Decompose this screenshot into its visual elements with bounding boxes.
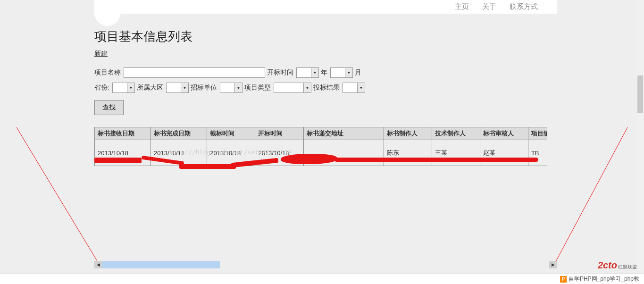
th-address: 标书递交地址 <box>303 127 384 140</box>
scroll-thumb[interactable] <box>102 261 220 268</box>
vertical-scrollbar[interactable] <box>636 0 644 274</box>
scroll-track[interactable] <box>102 261 549 268</box>
nav-about[interactable]: 关于 <box>482 2 496 11</box>
table-header-row: 标书接收日期 标书完成日期 截标时间 开标时间 标书递交地址 标书制作人 技术制… <box>95 127 548 140</box>
cell-tech-maker: 王某 <box>432 140 480 166</box>
chevron-down-icon: ▼ <box>234 83 242 92</box>
svg-line-1 <box>17 127 99 264</box>
th-complete-date: 标书完成日期 <box>151 127 207 140</box>
brand-logo: 2cto红黑联盟 <box>598 260 637 271</box>
open-time-label: 开标时间 <box>267 68 293 77</box>
scroll-left-button[interactable]: ◀ <box>94 261 102 268</box>
redaction-mark <box>94 158 142 163</box>
redaction-mark <box>335 158 538 162</box>
svg-line-2 <box>554 127 627 264</box>
year-suffix: 年 <box>321 68 327 77</box>
th-reviewer: 标书审核人 <box>480 127 528 140</box>
chevron-down-icon: ▼ <box>311 68 318 77</box>
chevron-down-icon: ▼ <box>127 83 134 92</box>
top-nav: 主页 关于 联系方式 <box>94 0 557 14</box>
bid-result-label: 投标结果 <box>313 84 340 92</box>
project-type-select[interactable]: ▼ <box>274 83 311 93</box>
footer-text: 自学PHP网_php学习_php教 <box>569 275 639 283</box>
th-receive-date: 标书接收日期 <box>95 127 151 140</box>
chevron-down-icon: ▼ <box>357 83 365 92</box>
year-select[interactable]: ▼ <box>296 67 319 78</box>
th-maker: 标书制作人 <box>384 127 432 140</box>
nav-contact[interactable]: 联系方式 <box>510 2 538 11</box>
chevron-down-icon: ▼ <box>181 83 188 92</box>
filter-row-1: 项目名称 开标时间 ▼ 年 ▼ 月 <box>94 67 557 78</box>
province-select[interactable]: ▼ <box>112 83 135 93</box>
new-link[interactable]: 新建 <box>94 50 108 58</box>
th-code: 项目编码 <box>528 127 547 140</box>
project-name-label: 项目名称 <box>94 68 121 77</box>
search-button[interactable]: 查找 <box>94 100 124 115</box>
php-icon: P <box>560 276 567 283</box>
chevron-down-icon: ▼ <box>345 68 352 77</box>
logo-placeholder <box>94 0 120 26</box>
scroll-thumb-vertical[interactable] <box>637 75 643 113</box>
tender-unit-label: 招标单位 <box>191 84 217 92</box>
nav-home[interactable]: 主页 <box>455 2 469 11</box>
horizontal-scrollbar[interactable]: ◀ ▶ <box>94 261 557 268</box>
cell-code: TB <box>528 140 547 166</box>
tender-unit-select[interactable]: ▼ <box>220 83 243 93</box>
bid-result-select[interactable]: ▼ <box>343 83 365 93</box>
cell-maker: 陈东 <box>384 140 432 166</box>
region-select[interactable]: ▼ <box>166 83 189 93</box>
project-type-label: 项目类型 <box>244 84 271 92</box>
cell-reviewer: 赵某 <box>480 140 528 166</box>
redaction-mark <box>281 154 337 164</box>
page-title: 项目基本信息列表 <box>94 28 557 45</box>
main-content: 项目基本信息列表 新建 项目名称 开标时间 ▼ 年 ▼ 月 省份: ▼ 所属大区… <box>94 14 557 166</box>
month-suffix: 月 <box>355 68 361 77</box>
scroll-right-button[interactable]: ▶ <box>549 261 557 268</box>
project-name-input[interactable] <box>124 67 265 78</box>
province-label: 省份: <box>94 84 109 92</box>
footer-bar: P 自学PHP网_php学习_php教 <box>0 274 644 284</box>
filter-row-2: 省份: ▼ 所属大区 ▼ 招标单位 ▼ 项目类型 ▼ 投标结果 ▼ <box>94 83 557 93</box>
th-tech-maker: 技术制作人 <box>432 127 480 140</box>
month-select[interactable]: ▼ <box>330 67 353 78</box>
th-open-time: 开标时间 <box>255 127 303 140</box>
th-deadline: 截标时间 <box>207 127 255 140</box>
chevron-down-icon: ▼ <box>303 83 311 92</box>
redaction-mark <box>179 164 236 169</box>
region-label: 所属大区 <box>137 84 163 92</box>
